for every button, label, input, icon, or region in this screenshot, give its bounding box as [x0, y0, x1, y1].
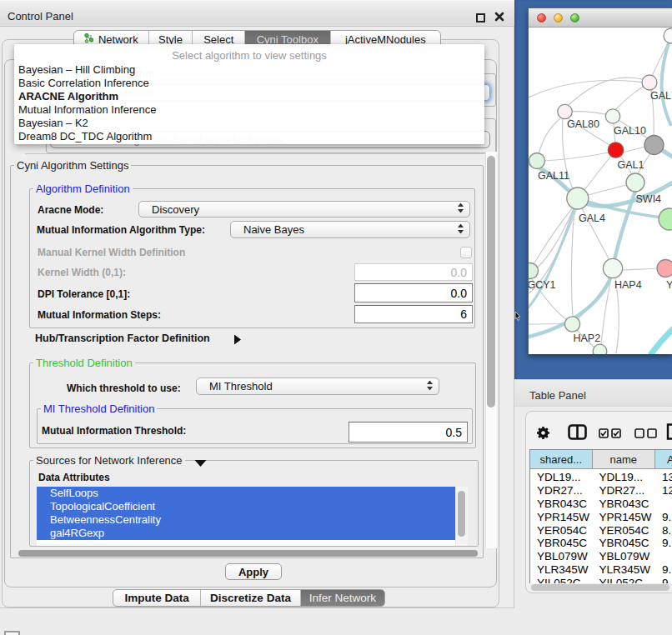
table-cell[interactable]: 13 — [655, 471, 672, 484]
network-edge[interactable] — [571, 209, 574, 317]
table-cell[interactable]: 9. — [655, 537, 672, 550]
table-cell[interactable]: 9. — [655, 577, 672, 583]
network-edge[interactable] — [544, 152, 609, 161]
table-column-header[interactable]: shared... — [530, 450, 593, 468]
network-edge[interactable] — [588, 185, 626, 195]
unchecked-columns-icon[interactable] — [634, 427, 658, 442]
network-node-HAP2[interactable] — [564, 317, 579, 332]
data-attribute-item[interactable]: TopologicalCoefficient — [37, 500, 455, 513]
mi-threshold-field[interactable]: 0.5 — [349, 422, 468, 442]
network-node-n15[interactable] — [593, 344, 607, 354]
table-column-header[interactable]: name — [593, 450, 656, 468]
network-edge[interactable] — [564, 78, 648, 109]
tab-impute-data[interactable]: Impute Data — [113, 590, 201, 606]
data-attribute-item[interactable]: BetweennessCentrality — [37, 513, 455, 527]
table-cell[interactable]: YDL19... — [530, 471, 593, 484]
control-panel-titlebar[interactable]: Control Panel — [0, 0, 514, 27]
table-row[interactable]: YLR345WYLR345W9. — [530, 563, 672, 577]
network-node-SWI4[interactable] — [626, 173, 644, 192]
table-cell[interactable]: 9. — [655, 511, 672, 524]
network-node-GAL11[interactable] — [529, 153, 545, 169]
float-window-icon[interactable] — [476, 13, 485, 22]
table-cell[interactable]: YBR043C — [530, 498, 593, 511]
network-edge[interactable] — [622, 147, 645, 152]
list-scrollbar-thumb[interactable] — [458, 491, 465, 537]
table-row[interactable]: YIL052CYIL052C9. — [530, 577, 672, 583]
table-cell[interactable]: YBL079W — [530, 550, 593, 563]
kernel-width-field[interactable]: 0.0 — [354, 263, 473, 281]
table-row[interactable]: YBR043CYBR043C — [530, 498, 672, 511]
table-cell[interactable]: YBL079W — [593, 550, 656, 563]
table-cell[interactable]: YDL19... — [593, 471, 656, 484]
table-row[interactable]: YPR145WYPR145W9. — [530, 511, 672, 524]
table-cell[interactable]: YLR345W — [530, 563, 593, 577]
close-traffic-light-icon[interactable] — [537, 13, 546, 22]
table-cell[interactable]: YLR345W — [593, 563, 656, 577]
network-node-n6[interactable] — [644, 136, 664, 155]
apply-button[interactable]: Apply — [225, 563, 282, 580]
algorithm-popup-item[interactable]: Dream8 DC_TDC Algorithm — [14, 130, 484, 143]
network-canvas[interactable]: GAL7GAL80GAL10GAL1GAL11GAL4SWI4GCY1HAP4Y… — [529, 28, 672, 354]
network-node-GCY1[interactable] — [529, 263, 539, 279]
table-horizontal-scrollbar-thumb[interactable] — [531, 584, 669, 591]
table-cell[interactable]: YPR145W — [530, 511, 593, 524]
table-row[interactable]: YBR045CYBR045C9. — [530, 537, 672, 550]
checked-columns-icon[interactable] — [599, 427, 622, 442]
vertical-scrollbar-thumb[interactable] — [487, 156, 495, 408]
table-cell[interactable]: YBR043C — [593, 498, 656, 511]
close-icon[interactable] — [494, 11, 507, 24]
manual-kernel-width-checkbox[interactable] — [460, 247, 472, 258]
minimize-traffic-light-icon[interactable] — [554, 13, 563, 22]
table-row[interactable]: YBL079WYBL079W — [530, 550, 672, 563]
data-attribute-item[interactable]: SelfLoops — [37, 487, 455, 500]
table-cell[interactable]: 12 — [655, 484, 672, 498]
gear-icon[interactable] — [535, 425, 551, 444]
table-row[interactable]: YDR27...YDR27...12 — [530, 484, 672, 498]
table-cell[interactable]: YIL052C — [530, 577, 593, 583]
network-node-n10[interactable] — [659, 208, 672, 230]
minimized-panel-icon[interactable] — [4, 631, 20, 635]
table-cell[interactable] — [655, 498, 672, 511]
mi-steps-field[interactable]: 6 — [354, 305, 473, 323]
network-edge[interactable] — [529, 81, 645, 100]
algorithm-popup-item[interactable]: Basic Correlation Inference — [14, 77, 484, 90]
tab-discretize-data[interactable]: Discretize Data — [201, 590, 300, 606]
dpi-tolerance-field[interactable]: 0.0 — [354, 283, 473, 302]
collapse-arrow-icon[interactable] — [194, 456, 207, 471]
table-cell[interactable]: YIL052C — [593, 577, 656, 583]
table-cell[interactable]: YER054C — [593, 524, 656, 538]
algorithm-popup-item[interactable]: Mutual Information Inference — [14, 103, 484, 117]
network-node-GAL80[interactable] — [558, 104, 572, 118]
network-node-GAL1[interactable] — [608, 142, 623, 158]
network-edge[interactable] — [662, 38, 671, 126]
table-cell[interactable]: 9. — [655, 563, 672, 577]
table-row[interactable]: YER054CYER054C8. — [530, 524, 672, 538]
network-edge[interactable] — [650, 328, 672, 354]
columns-icon[interactable] — [568, 424, 587, 443]
network-window-titlebar[interactable] — [529, 8, 672, 28]
table-cell[interactable]: YPR145W — [593, 511, 656, 524]
tab-infer-network[interactable]: Infer Network — [301, 590, 384, 606]
aracne-mode-combobox[interactable]: Discovery — [138, 201, 470, 218]
algorithm-popup-item[interactable]: Bayesian – Hill Climbing — [14, 63, 484, 77]
network-edge[interactable] — [584, 156, 611, 191]
table-cell[interactable]: YDR27... — [593, 484, 656, 498]
network-node-n1[interactable] — [664, 28, 672, 43]
network-node-GAL10[interactable] — [605, 109, 619, 123]
table-cell[interactable]: YDR27... — [530, 484, 593, 498]
data-attribute-item[interactable]: gal4RGexp — [37, 527, 455, 540]
network-edge[interactable] — [615, 86, 644, 110]
expand-arrow-icon[interactable] — [233, 333, 242, 348]
table-cell[interactable]: YBR045C — [530, 537, 593, 550]
hub-transcription-factor-label[interactable]: Hub/Transcription Factor Definition — [35, 332, 210, 344]
which-threshold-combobox[interactable]: MI Threshold — [196, 378, 439, 395]
mi-algorithm-type-combobox[interactable]: Naive Bayes — [230, 221, 470, 238]
network-node-Y[interactable] — [657, 260, 672, 278]
table-horizontal-scrollbar-track[interactable] — [529, 583, 672, 592]
table-column-header[interactable]: Av — [655, 450, 672, 468]
network-view-window[interactable]: GAL7GAL80GAL10GAL1GAL11GAL4SWI4GCY1HAP4Y… — [528, 8, 672, 354]
zoom-traffic-light-icon[interactable] — [570, 13, 579, 22]
table-panel-titlebar[interactable]: Table Panel — [514, 379, 672, 407]
algorithm-popup-item[interactable]: ARACNE Algorithm — [14, 90, 484, 103]
table-cell[interactable]: YER054C — [530, 524, 593, 538]
